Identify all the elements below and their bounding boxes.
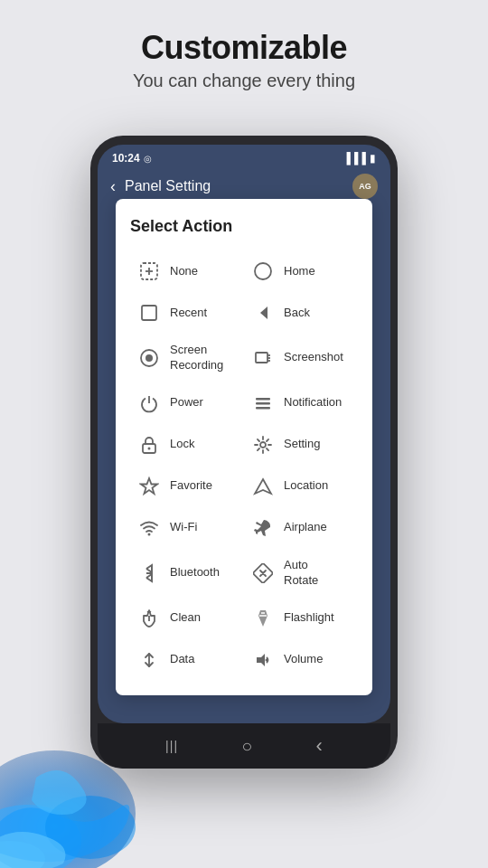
volume-label: Volume	[284, 652, 323, 667]
status-icons: ▐▐▐ ▮	[343, 152, 376, 165]
bluetooth-label: Bluetooth	[170, 565, 220, 580]
svg-rect-14	[256, 407, 270, 410]
action-data[interactable]: Data	[130, 639, 244, 681]
status-bar: 10:24 ◎ ▐▐▐ ▮	[98, 145, 390, 168]
action-auto-rotate[interactable]: Auto Rotate	[244, 549, 358, 598]
svg-rect-12	[256, 398, 270, 401]
svg-rect-13	[256, 402, 270, 405]
action-none[interactable]: None	[130, 250, 244, 292]
select-action-dialog: Select Action None	[116, 199, 372, 695]
phone-nav-bar: ||| ○ ‹	[98, 723, 390, 769]
battery-icon: ▮	[370, 152, 376, 165]
action-lock[interactable]: Lock	[130, 424, 244, 466]
action-recent[interactable]: Recent	[130, 292, 244, 334]
volume-icon	[251, 648, 275, 672]
airplane-icon	[251, 516, 275, 540]
action-setting[interactable]: Setting	[244, 424, 358, 466]
lock-icon	[137, 433, 161, 457]
none-icon	[137, 259, 161, 283]
svg-point-31	[0, 841, 45, 868]
signal-icon: ▐▐▐	[343, 152, 366, 165]
home-icon	[251, 259, 275, 283]
recent-label: Recent	[170, 306, 207, 321]
svg-point-27	[266, 658, 268, 661]
back-icon	[251, 301, 275, 325]
action-wifi[interactable]: Wi-Fi	[130, 507, 244, 549]
back-label: Back	[284, 306, 310, 321]
status-time: 10:24	[112, 152, 140, 165]
bluetooth-icon	[137, 561, 161, 585]
nav-recent-button[interactable]: |||	[165, 739, 178, 753]
wifi-label: Wi-Fi	[170, 520, 197, 535]
wifi-icon	[137, 516, 161, 540]
back-button[interactable]: ‹	[110, 177, 116, 196]
location-indicator: ◎	[144, 154, 152, 164]
screen-recording-label: Screen Recording	[170, 343, 223, 373]
svg-point-17	[260, 442, 266, 448]
action-grid: None Home	[130, 250, 358, 681]
airplane-label: Airplane	[284, 520, 327, 535]
action-screenshot[interactable]: Screenshot	[244, 334, 358, 382]
screen-recording-icon	[137, 346, 161, 370]
clean-label: Clean	[170, 610, 201, 626]
action-screen-recording[interactable]: Screen Recording	[130, 334, 244, 382]
auto-rotate-label: Auto Rotate	[284, 558, 318, 589]
action-airplane[interactable]: Airplane	[244, 507, 358, 549]
nav-back-button[interactable]: ‹	[316, 734, 323, 758]
notification-label: Notification	[284, 395, 342, 410]
favorite-label: Favorite	[170, 478, 212, 494]
svg-point-3	[255, 263, 271, 279]
nav-home-button[interactable]: ○	[241, 736, 252, 757]
svg-point-28	[0, 750, 136, 868]
svg-rect-4	[142, 306, 156, 320]
page-title: Customizable	[18, 29, 470, 67]
screenshot-label: Screenshot	[284, 350, 343, 365]
flashlight-label: Flashlight	[284, 610, 334, 626]
svg-point-29	[0, 805, 81, 868]
svg-rect-8	[256, 353, 267, 363]
lock-label: Lock	[170, 437, 194, 452]
clean-icon	[137, 607, 161, 630]
power-label: Power	[170, 395, 203, 410]
screenshot-icon	[251, 346, 275, 370]
phone-frame: 10:24 ◎ ▐▐▐ ▮ ‹ Panel Setting AG Select …	[90, 136, 398, 769]
svg-marker-5	[260, 307, 267, 319]
action-bluetooth[interactable]: Bluetooth	[130, 549, 244, 598]
action-flashlight[interactable]: Flashlight	[244, 598, 358, 639]
svg-point-7	[145, 354, 153, 362]
svg-point-16	[148, 447, 151, 449]
action-home[interactable]: Home	[244, 250, 358, 292]
app-bar-title: Panel Setting	[125, 178, 352, 194]
setting-icon	[251, 433, 275, 457]
flashlight-icon	[251, 607, 275, 630]
favorite-icon	[137, 475, 161, 498]
action-notification[interactable]: Notification	[244, 382, 358, 424]
home-label: Home	[284, 264, 315, 279]
phone-screen: 10:24 ◎ ▐▐▐ ▮ ‹ Panel Setting AG Select …	[98, 145, 390, 723]
none-label: None	[170, 264, 198, 279]
svg-marker-19	[255, 479, 271, 494]
auto-rotate-icon	[251, 561, 275, 585]
data-label: Data	[170, 652, 194, 667]
dialog-title: Select Action	[130, 217, 358, 236]
svg-point-30	[45, 796, 136, 859]
svg-marker-18	[141, 478, 157, 494]
notification-icon	[251, 392, 275, 415]
action-clean[interactable]: Clean	[130, 598, 244, 639]
location-icon	[251, 475, 275, 498]
avatar: AG	[352, 174, 378, 199]
data-icon	[137, 648, 161, 672]
action-power[interactable]: Power	[130, 382, 244, 424]
action-location[interactable]: Location	[244, 466, 358, 507]
action-favorite[interactable]: Favorite	[130, 466, 244, 507]
recent-icon	[137, 301, 161, 325]
svg-point-20	[148, 533, 151, 535]
power-icon	[137, 392, 161, 415]
action-back[interactable]: Back	[244, 292, 358, 334]
setting-label: Setting	[284, 437, 320, 452]
action-volume[interactable]: Volume	[244, 639, 358, 681]
location-label: Location	[284, 478, 328, 494]
page-subtitle: You can change every thing	[18, 71, 470, 91]
svg-marker-26	[257, 654, 265, 666]
